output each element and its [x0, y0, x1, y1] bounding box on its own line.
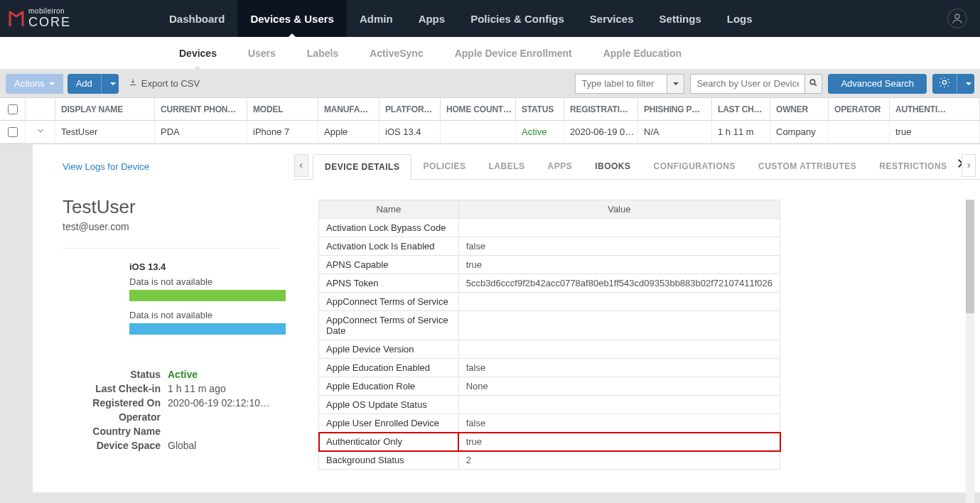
svg-point-1: [811, 80, 816, 85]
detail-row: Background Status2: [319, 451, 780, 470]
tab-scroll-right[interactable]: [962, 154, 976, 177]
detail-row: Apple Device Version: [319, 340, 780, 359]
sub-navbar: DevicesUsersLabelsActiveSyncApple Device…: [0, 37, 980, 70]
export-csv-link[interactable]: Export to CSV: [123, 78, 205, 89]
col-owner[interactable]: OWNER: [770, 98, 829, 120]
cell-display: TestUser: [55, 121, 155, 143]
grid-header: DISPLAY NAME CURRENT PHON… MODEL MANUFA……: [0, 98, 980, 121]
tab-custom-attributes[interactable]: CUSTOM ATTRIBUTES: [747, 154, 868, 179]
view-logs-link[interactable]: View Logs for Device: [63, 161, 149, 172]
detail-panel-container: View Logs for Device TestUser test@user.…: [0, 144, 980, 503]
add-button-group: Add: [68, 74, 119, 94]
caret-down-icon: [110, 82, 116, 88]
col-status[interactable]: STATUS: [516, 98, 564, 120]
tab-scroll-left[interactable]: [294, 154, 308, 177]
col-home-country[interactable]: HOME COUNT…: [441, 98, 516, 120]
detail-sidebar: View Logs for Device TestUser test@user.…: [33, 144, 294, 492]
detail-cell-name: Background Status: [319, 451, 459, 470]
detail-cell-value: [458, 311, 780, 340]
detail-kv-key: Last Check-in: [63, 383, 168, 394]
cell-phishing: N/A: [638, 121, 712, 143]
col-manufacturer[interactable]: MANUFA…: [318, 98, 379, 120]
add-dropdown-button[interactable]: [101, 74, 119, 94]
col-phishing[interactable]: PHISHING P…: [638, 98, 712, 120]
cell-status: Active: [516, 121, 564, 143]
nav-item-services[interactable]: Services: [577, 0, 647, 37]
subnav-item-apple-device-enrollment[interactable]: Apple Device Enrollment: [439, 37, 588, 69]
nav-item-dashboard[interactable]: Dashboard: [156, 0, 237, 37]
subnav-item-apple-education[interactable]: Apple Education: [588, 37, 697, 69]
detail-cell-name: Activation Lock Is Enabled: [319, 237, 459, 256]
cell-model: iPhone 7: [247, 121, 318, 143]
nav-item-logs[interactable]: Logs: [714, 0, 765, 37]
settings-gear-button[interactable]: [932, 74, 957, 94]
col-display-name[interactable]: DISPLAY NAME: [55, 98, 155, 120]
gear-icon: [939, 77, 950, 90]
row-checkbox[interactable]: [8, 127, 18, 137]
th-value: Value: [458, 200, 780, 219]
col-registration[interactable]: REGISTRATI…: [564, 98, 638, 120]
user-avatar-icon[interactable]: [947, 9, 967, 28]
settings-button-group: [932, 74, 974, 94]
detail-ios-version: iOS 13.4: [129, 261, 280, 272]
col-platform[interactable]: PLATFOR…: [379, 98, 441, 120]
detail-cell-name: APNS Token: [319, 274, 459, 293]
nav-item-settings[interactable]: Settings: [647, 0, 714, 37]
tab-configurations[interactable]: CONFIGURATIONS: [642, 154, 747, 179]
cell-manufacturer: Apple: [318, 121, 379, 143]
top-navbar: mobileiron CORE DashboardDevices & Users…: [0, 0, 980, 37]
search-button[interactable]: [805, 74, 822, 94]
col-authenticator[interactable]: AUTHENTI…: [890, 98, 980, 120]
label-filter-input[interactable]: [575, 74, 667, 94]
detail-storage-na-1: Data is not available: [129, 276, 280, 287]
detail-cell-value: true: [458, 256, 780, 274]
col-operator[interactable]: OPERATOR: [829, 98, 890, 120]
subnav-item-labels[interactable]: Labels: [291, 37, 354, 69]
detail-row: AppConnect Terms of Service: [319, 293, 780, 311]
nav-item-devices-users[interactable]: Devices & Users: [237, 0, 347, 37]
search-input[interactable]: [690, 74, 805, 94]
tab-restrictions[interactable]: RESTRICTIONS: [868, 154, 958, 179]
storage-bar-1: [129, 290, 286, 301]
tab-ibooks[interactable]: IBOOKS: [583, 154, 642, 179]
device-detail-panel: View Logs for Device TestUser test@user.…: [33, 144, 980, 492]
detail-kv-value: Active: [168, 369, 280, 380]
tab-policies[interactable]: POLICIES: [411, 154, 477, 179]
detail-main: DEVICE DETAILSPOLICIESLABELSAPPSIBOOKSCO…: [294, 144, 980, 492]
chevron-right-icon: [965, 161, 972, 171]
detail-row: AppConnect Terms of Service Date: [319, 311, 780, 340]
detail-kv-key: Operator: [63, 411, 168, 423]
tab-labels[interactable]: LABELS: [477, 154, 536, 179]
label-filter-dropdown[interactable]: [667, 74, 684, 94]
row-expander[interactable]: [36, 126, 45, 138]
nav-item-apps[interactable]: Apps: [406, 0, 458, 37]
detail-cell-name: Apple Education Role: [319, 377, 459, 396]
actions-button[interactable]: Actions: [6, 74, 63, 94]
col-last-checkin[interactable]: LAST CH…: [712, 98, 770, 120]
device-row[interactable]: TestUser PDA iPhone 7 Apple iOS 13.4 Act…: [0, 121, 980, 144]
tab-device-details[interactable]: DEVICE DETAILS: [313, 154, 411, 180]
col-model[interactable]: MODEL: [247, 98, 318, 120]
detail-cell-value: None: [458, 377, 780, 396]
detail-kv-key: Country Name: [63, 426, 168, 437]
nav-item-policies-configs[interactable]: Policies & Configs: [458, 0, 577, 37]
add-button[interactable]: Add: [68, 74, 101, 94]
scrollbar-thumb[interactable]: [966, 200, 974, 313]
detail-cell-name: AppConnect Terms of Service: [319, 293, 459, 311]
detail-cell-value: 2: [458, 451, 780, 470]
detail-cell-value: false: [458, 237, 780, 256]
detail-row: Apple Education RoleNone: [319, 377, 780, 396]
col-current-phone[interactable]: CURRENT PHON…: [155, 98, 247, 120]
tab-apps[interactable]: APPS: [536, 154, 583, 179]
detail-cell-value: false: [458, 414, 780, 433]
subnav-item-devices[interactable]: Devices: [163, 37, 232, 69]
subnav-item-users[interactable]: Users: [232, 37, 291, 69]
subnav-item-activesync[interactable]: ActiveSync: [354, 37, 438, 69]
toolbar: Actions Add Export to CSV Advanced Searc…: [0, 70, 980, 98]
detail-row: Authenticator Onlytrue: [319, 433, 780, 451]
settings-dropdown-button[interactable]: [957, 74, 974, 94]
select-all-checkbox[interactable]: [8, 104, 18, 114]
actions-button-group: Actions: [6, 74, 63, 94]
nav-item-admin[interactable]: Admin: [347, 0, 406, 37]
advanced-search-button[interactable]: Advanced Search: [828, 74, 927, 94]
